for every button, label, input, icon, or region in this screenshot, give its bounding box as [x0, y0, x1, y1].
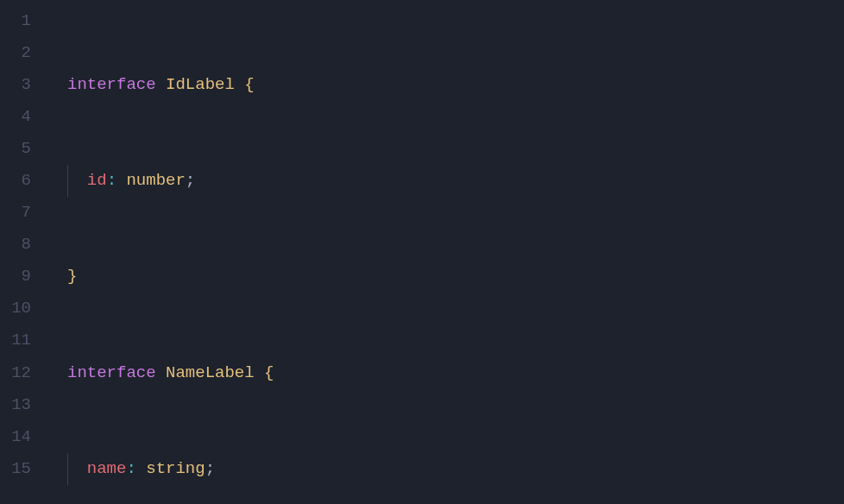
space — [255, 363, 264, 382]
line-number-gutter: 1 2 3 4 5 6 7 8 9 10 11 12 13 14 15 — [0, 5, 47, 504]
code-line: interface NameLabel { — [67, 357, 844, 389]
line-number: 2 — [0, 37, 31, 69]
builtin-type: number — [126, 171, 185, 190]
builtin-type: string — [146, 459, 205, 478]
semicolon: ; — [186, 171, 195, 190]
space — [156, 75, 166, 94]
semicolon: ; — [205, 459, 215, 478]
keyword: interface — [67, 75, 156, 94]
line-number: 13 — [0, 389, 31, 421]
code-line: interface IdLabel { — [67, 69, 844, 101]
brace: { — [264, 363, 274, 382]
space — [136, 459, 146, 478]
line-number: 3 — [0, 69, 31, 101]
line-number: 10 — [0, 293, 31, 324]
brace: { — [244, 75, 254, 94]
colon: : — [107, 171, 117, 190]
indent — [67, 459, 87, 478]
line-number: 8 — [0, 229, 31, 261]
space — [117, 171, 126, 190]
line-number: 15 — [0, 453, 31, 485]
indent-guide — [67, 453, 68, 485]
property: name — [87, 459, 127, 478]
indent-guide — [67, 165, 68, 197]
type-name: NameLabel — [166, 363, 255, 382]
line-number: 7 — [0, 197, 31, 229]
line-number: 14 — [0, 421, 31, 453]
indent — [67, 171, 87, 190]
line-number: 11 — [0, 324, 31, 356]
space — [235, 75, 244, 94]
line-number: 9 — [0, 261, 31, 293]
type-name: IdLabel — [166, 75, 235, 94]
line-number: 4 — [0, 101, 31, 133]
code-area[interactable]: interface IdLabel { id: number; } interf… — [47, 5, 844, 504]
line-number: 5 — [0, 133, 31, 165]
line-number: 12 — [0, 357, 31, 389]
keyword: interface — [67, 363, 156, 382]
code-line: name: string; — [67, 453, 844, 485]
code-line: id: number; — [67, 165, 844, 197]
colon: : — [126, 459, 135, 478]
line-number: 6 — [0, 165, 31, 197]
brace: } — [67, 267, 77, 286]
property: id — [87, 171, 107, 190]
space — [156, 363, 166, 382]
code-line: } — [67, 261, 844, 293]
code-editor: 1 2 3 4 5 6 7 8 9 10 11 12 13 14 15 inte… — [0, 5, 844, 504]
line-number: 1 — [0, 5, 31, 37]
